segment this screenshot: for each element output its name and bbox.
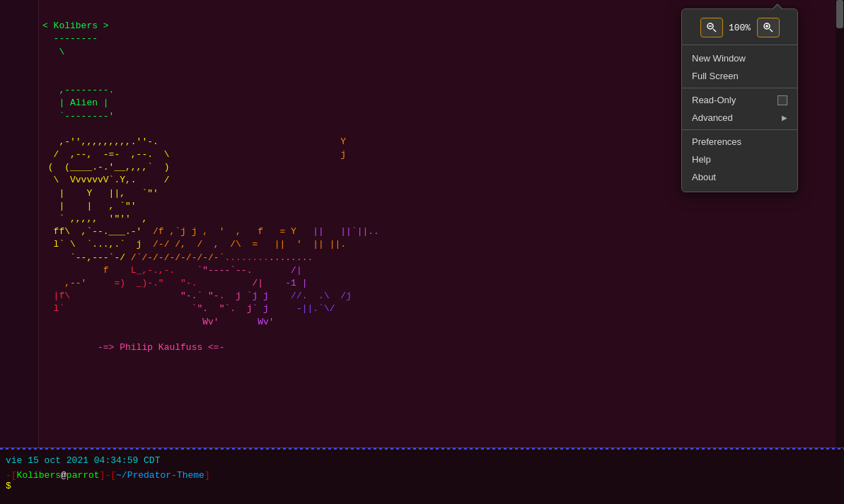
zoom-in-button[interactable] xyxy=(757,18,780,37)
full-screen-label: Full Screen xyxy=(692,71,739,81)
prompt-hostname: parrot xyxy=(67,470,100,481)
menu-item-full-screen[interactable]: Full Screen xyxy=(682,67,797,85)
prompt-at-sign: @ xyxy=(61,470,67,481)
menu-item-preferences[interactable]: Preferences xyxy=(682,133,797,151)
advanced-label: Advanced xyxy=(692,112,733,123)
svg-line-2 xyxy=(713,29,716,32)
zoom-controls: 100% xyxy=(682,15,797,45)
menu-separator-1 xyxy=(682,88,797,88)
context-menu: 100% New Window Full Screen Read-Only Ad… xyxy=(681,8,798,192)
menu-item-advanced[interactable]: Advanced ▶ xyxy=(682,109,797,127)
about-label: About xyxy=(692,172,716,182)
read-only-checkbox[interactable] xyxy=(777,95,787,105)
menu-item-new-window[interactable]: New Window xyxy=(682,49,797,67)
menu-item-help[interactable]: Help xyxy=(682,151,797,168)
preferences-label: Preferences xyxy=(692,136,741,147)
prompt-username: Kolibers xyxy=(17,470,61,481)
dropdown-arrow-inner xyxy=(773,5,782,10)
menu-separator-2 xyxy=(682,129,797,130)
menu-item-read-only[interactable]: Read-Only xyxy=(682,91,797,109)
read-only-label: Read-Only xyxy=(692,95,736,105)
prompt-separator: ]-[ xyxy=(100,470,116,481)
prompt-dollar: $ xyxy=(6,481,11,491)
terminal-title-line: < Kolibers > xyxy=(42,20,109,31)
svg-line-6 xyxy=(770,29,773,32)
terminal-window: < Kolibers > -------- \ ,--------. | Ali… xyxy=(0,0,844,504)
prompt-right-bracket: ] xyxy=(204,470,210,481)
help-label: Help xyxy=(692,154,711,165)
separator-line xyxy=(0,448,844,450)
shell-prompt: -[Kolibers@parrot]-[~/Predator-Theme] $ xyxy=(0,469,844,493)
advanced-submenu-arrow: ▶ xyxy=(782,114,787,122)
prompt-path: ~/Predator-Theme xyxy=(116,470,204,481)
line-gutter xyxy=(0,0,39,504)
date-display: vie 15 oct 2021 04:34:59 CDT xyxy=(0,452,844,469)
prompt-left-bracket: -[ xyxy=(6,470,17,481)
new-window-label: New Window xyxy=(692,53,746,64)
zoom-value-display: 100% xyxy=(726,23,754,33)
zoom-out-button[interactable] xyxy=(700,18,723,37)
bottom-status-bar: vie 15 oct 2021 04:34:59 CDT -[Kolibers@… xyxy=(0,447,844,504)
menu-item-about[interactable]: About xyxy=(682,168,797,186)
ascii-signature: -=> Philip Kaulfuss <=- xyxy=(42,342,224,353)
